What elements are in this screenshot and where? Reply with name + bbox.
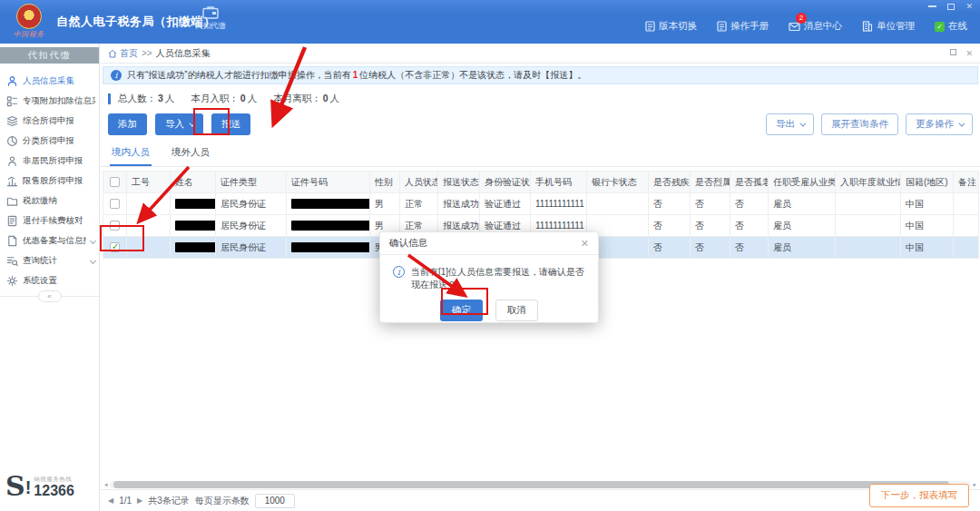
nav-label: 消息中心 (804, 20, 842, 33)
column-header-16: 备注 (954, 172, 979, 193)
row-checkbox[interactable] (110, 199, 120, 209)
tab-domestic-personnel[interactable]: 境内人员 (110, 142, 152, 166)
column-header-12: 是否孤老 (730, 172, 769, 193)
sidebar-item-tax-payment[interactable]: 税款缴纳 (0, 191, 99, 211)
cell-r2-c10: 否 (649, 237, 691, 259)
row-checkbox-cell (103, 237, 127, 259)
tab-foreign-personnel[interactable]: 境外人员 (170, 142, 211, 166)
cell-r0-c6: 报送成功 (438, 193, 480, 215)
app-logo: ★ 中国税务 (9, 4, 49, 39)
nav-label: 版本切换 (659, 20, 697, 33)
cell-r1-c15: 中国 (901, 215, 954, 237)
next-page-icon[interactable]: ▶ (137, 496, 142, 505)
scroll-right-icon[interactable]: ▸ (973, 481, 976, 488)
sidebar-item-label: 限售股所得申报 (23, 175, 83, 187)
export-button[interactable]: 导出 (766, 113, 814, 135)
row-checkbox[interactable] (110, 221, 120, 231)
column-header-9: 银行卡状态 (587, 172, 649, 193)
redacted-text (291, 242, 370, 252)
sidebar-item-preference-filing[interactable]: 优惠备案与信息报送 (0, 231, 99, 251)
panel-close-icon[interactable]: ✕ (965, 49, 973, 58)
restore-icon[interactable] (947, 4, 955, 10)
panel-maximize-icon[interactable] (950, 49, 956, 55)
dialog-buttons: 确定 取消 (380, 300, 598, 321)
document-icon (717, 21, 727, 32)
row-checkbox[interactable] (110, 242, 120, 252)
page-size-input[interactable] (255, 494, 295, 508)
hotline-logo: S! 纳税服务热线 12366 (5, 475, 74, 498)
chevron-down-icon (958, 120, 965, 126)
close-icon[interactable]: ✕ (965, 2, 973, 11)
sidebar-item-personnel-info[interactable]: 人员信息采集 (0, 71, 99, 91)
scroll-left-icon[interactable]: ◂ (104, 481, 108, 488)
dialog-body: i 当前有[1]位人员信息需要报送，请确认是否现在报送？ (380, 255, 598, 291)
sidebar-item-restricted-shares[interactable]: 限售股所得申报 (0, 171, 99, 191)
chevron-down-icon (799, 120, 806, 126)
cell-r0-c0 (127, 193, 171, 215)
import-button[interactable]: 导入 (155, 113, 203, 135)
scrollbar-thumb[interactable] (113, 481, 949, 488)
nav-manual[interactable]: 操作手册 (717, 20, 769, 33)
pie-chart-icon (6, 135, 18, 147)
cell-r2-c12: 否 (730, 237, 769, 259)
cell-r1-c3 (287, 215, 370, 237)
module-tab-withholding[interactable]: 代扣代缴 (181, 5, 240, 32)
cell-r0-c4: 男 (370, 193, 400, 215)
page-size-label: 每页显示条数 (195, 495, 250, 507)
confirm-dialog: 确认信息 ✕ i 当前有[1]位人员信息需要报送，请确认是否现在报送？ 确定 取… (379, 231, 599, 323)
sidebar-item-label: 优惠备案与信息报送 (23, 235, 86, 247)
header-nav: 版本切换 操作手册 2 消息中心 单位管理 ✓ 在线 (645, 20, 967, 33)
redacted-text (175, 221, 216, 231)
chevron-down-icon (90, 237, 96, 243)
column-header-4: 性别 (370, 172, 400, 193)
expand-query-button[interactable]: 展开查询条件 (821, 113, 898, 135)
sidebar-item-query-statistics[interactable]: 查询统计 (0, 251, 99, 270)
redacted-text (175, 199, 216, 209)
cell-r0-c16 (954, 193, 979, 215)
breadcrumb-current: 人员信息采集 (156, 47, 211, 60)
add-button[interactable]: 添加 (108, 113, 147, 135)
grid-list-icon (6, 95, 18, 107)
sidebar-item-comprehensive-income[interactable]: 综合所得申报 (0, 111, 99, 131)
sidebar-item-label: 人员信息采集 (23, 75, 74, 87)
home-icon (108, 49, 117, 58)
sidebar-item-system-settings[interactable]: 系统设置 (0, 270, 99, 290)
search-list-icon (6, 255, 18, 267)
cell-r1-c16 (954, 215, 979, 237)
cell-r1-c14 (836, 215, 901, 237)
dialog-title: 确认信息 (389, 237, 427, 250)
nav-message-center[interactable]: 2 消息中心 (789, 20, 842, 33)
row-checkbox-cell (103, 215, 127, 237)
select-all-checkbox[interactable] (110, 177, 120, 187)
prev-page-icon[interactable]: ◀ (108, 496, 113, 505)
stat-total: 总人数：3人 (118, 93, 174, 105)
cell-r0-c14 (836, 193, 901, 215)
chevron-down-icon (90, 257, 96, 263)
pagination-bar: ◀ 1/1 ▶ 共3条记录 每页显示条数 下一步，报表填写 (101, 489, 980, 511)
person-tabs: 境内人员 境外人员 (101, 141, 980, 167)
sidebar-item-nonresident-income[interactable]: 非居民所得申报 (0, 151, 99, 171)
scrollbar-track[interactable] (110, 481, 972, 488)
confirm-button[interactable]: 确定 (440, 300, 483, 321)
cell-r1-c10: 否 (649, 215, 691, 237)
window-controls: ✕ (928, 2, 973, 11)
minimize-icon[interactable] (928, 5, 936, 7)
submit-button[interactable]: 报送 (211, 113, 250, 135)
dialog-close-icon[interactable]: ✕ (581, 238, 589, 250)
sidebar-item-classified-income[interactable]: 分类所得申报 (0, 131, 99, 151)
sidebar-item-refund-fee-check[interactable]: 退付手续费核对 (0, 211, 99, 231)
sidebar-item-special-deduction[interactable]: 专项附加扣除信息采集 (0, 91, 99, 111)
nav-org-management[interactable]: 单位管理 (862, 20, 915, 33)
breadcrumb-home[interactable]: 首页 (108, 47, 138, 60)
cell-r2-c2: 居民身份证 (216, 237, 287, 259)
sidebar-collapse-button[interactable]: « (38, 290, 62, 302)
cancel-button[interactable]: 取消 (495, 300, 538, 321)
cell-r2-c13: 雇员 (769, 237, 836, 259)
nav-version-switch[interactable]: 版本切换 (645, 20, 697, 33)
table-row-0[interactable]: 居民身份证男正常报送成功验证通过11111111111否否否雇员中国 (103, 193, 979, 215)
horizontal-scrollbar: ◂ ▸ (104, 480, 976, 489)
more-actions-button[interactable]: 更多操作 (906, 113, 973, 135)
next-step-button[interactable]: 下一步，报表填写 (869, 484, 969, 507)
nav-online-status[interactable]: ✓ 在线 (935, 20, 967, 33)
column-header-14: 入职年度就业情形 (836, 172, 901, 193)
